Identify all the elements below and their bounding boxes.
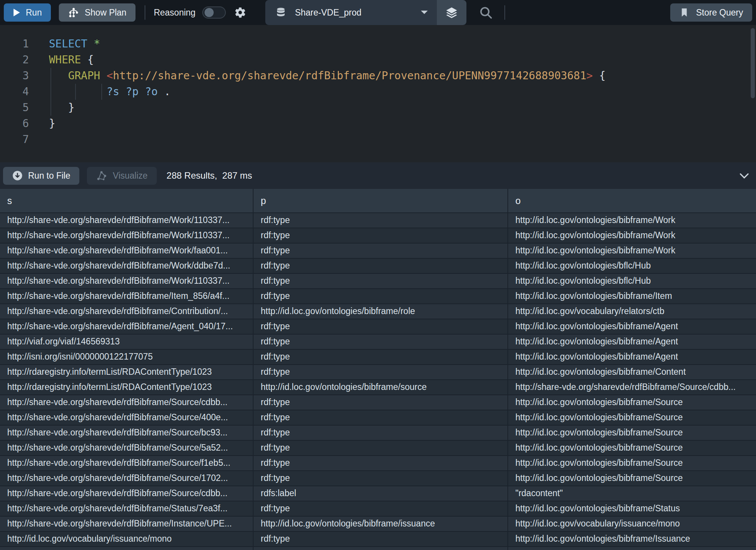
cell-s[interactable]: http://share-vde.org/sharevde/rdfBibfram… [0, 486, 253, 501]
cell-s[interactable]: http://share-vde.org/sharevde/rdfBibfram… [0, 501, 253, 516]
cell-o[interactable]: "rdacontent" [507, 486, 756, 501]
table-row[interactable]: http://share-vde.org/sharevde/rdfBibfram… [0, 501, 756, 516]
cell-p[interactable]: http://id.loc.gov/ontologies/bibframe/ro… [253, 304, 507, 319]
cell-s[interactable]: http://id.loc.gov/vocabulary/menclvl/f [0, 547, 253, 550]
layers-button[interactable] [437, 0, 466, 25]
cell-s[interactable]: http://share-vde.org/sharevde/rdfBibfram… [0, 213, 253, 228]
cell-s[interactable]: http://share-vde.org/sharevde/rdfBibfram… [0, 259, 253, 273]
collapse-results-chevron[interactable] [739, 170, 750, 181]
column-header-s[interactable]: s [0, 189, 253, 212]
cell-s[interactable]: http://share-vde.org/sharevde/rdfBibfram… [0, 517, 253, 531]
cell-o[interactable]: http://id.loc.gov/ontologies/bibframe/St… [507, 501, 756, 516]
run-button[interactable]: Run [4, 3, 51, 22]
table-row[interactable]: http://isni.org/isni/0000000122177075rdf… [0, 349, 756, 364]
cell-p[interactable]: rdf:type [253, 274, 507, 288]
cell-o[interactable]: http://id.loc.gov/ontologies/bflc/Encodi… [507, 547, 756, 550]
cell-s[interactable]: http://viaf.org/viaf/146569313 [0, 335, 253, 349]
table-row[interactable]: http://viaf.org/viaf/146569313rdf:typeht… [0, 334, 756, 349]
cell-p[interactable]: rdf:type [253, 456, 507, 470]
cell-p[interactable]: rdf:type [253, 289, 507, 303]
cell-o[interactable]: http://id.loc.gov/vocabulary/issuance/mo… [507, 517, 756, 531]
cell-p[interactable]: rdfs:label [253, 486, 507, 501]
editor-scrollbar-thumb[interactable] [751, 28, 755, 98]
cell-s[interactable]: http://share-vde.org/sharevde/rdfBibfram… [0, 274, 253, 288]
table-row[interactable]: http://share-vde.org/sharevde/rdfBibfram… [0, 486, 756, 501]
table-row[interactable]: http://rdaregistry.info/termList/RDACont… [0, 379, 756, 394]
column-header-p[interactable]: p [253, 189, 507, 212]
cell-p[interactable]: rdf:type [253, 426, 507, 440]
cell-s[interactable]: http://id.loc.gov/vocabulary/issuance/mo… [0, 532, 253, 546]
cell-p[interactable]: rdf:type [253, 335, 507, 349]
cell-o[interactable]: http://id.loc.gov/vocabulary/relators/ct… [507, 304, 756, 319]
cell-o[interactable]: http://id.loc.gov/ontologies/bibframe/So… [507, 471, 756, 486]
cell-p[interactable]: http://id.loc.gov/ontologies/bibframe/is… [253, 517, 507, 531]
cell-p[interactable]: rdf:type [253, 365, 507, 379]
cell-o[interactable]: http://share-vde.org/sharevde/rdfBibfram… [507, 380, 756, 394]
table-row[interactable]: http://share-vde.org/sharevde/rdfBibfram… [0, 288, 756, 303]
table-row[interactable]: http://id.loc.gov/vocabulary/issuance/mo… [0, 531, 756, 546]
visualize-button[interactable]: Visualize [87, 167, 157, 185]
cell-p[interactable]: rdf:type [253, 395, 507, 410]
cell-o[interactable]: http://id.loc.gov/ontologies/bibframe/So… [507, 456, 756, 470]
cell-s[interactable]: http://share-vde.org/sharevde/rdfBibfram… [0, 395, 253, 410]
cell-o[interactable]: http://id.loc.gov/ontologies/bibframe/Wo… [507, 244, 756, 258]
cell-p[interactable]: rdf:type [253, 471, 507, 486]
cell-o[interactable]: http://id.loc.gov/ontologies/bibframe/It… [507, 289, 756, 303]
cell-s[interactable]: http://share-vde.org/sharevde/rdfBibfram… [0, 289, 253, 303]
table-row[interactable]: http://share-vde.org/sharevde/rdfBibfram… [0, 440, 756, 455]
cell-p[interactable]: rdf:type [253, 244, 507, 258]
cell-p[interactable]: rdf:type [253, 547, 507, 550]
table-row[interactable]: http://share-vde.org/sharevde/rdfBibfram… [0, 273, 756, 288]
table-row[interactable]: http://share-vde.org/sharevde/rdfBibfram… [0, 243, 756, 258]
table-row[interactable]: http://share-vde.org/sharevde/rdfBibfram… [0, 455, 756, 470]
table-row[interactable]: http://share-vde.org/sharevde/rdfBibfram… [0, 425, 756, 440]
table-row[interactable]: http://share-vde.org/sharevde/rdfBibfram… [0, 258, 756, 273]
cell-p[interactable]: rdf:type [253, 501, 507, 516]
cell-s[interactable]: http://isni.org/isni/0000000122177075 [0, 350, 253, 364]
settings-gear-icon[interactable] [234, 6, 246, 19]
cell-p[interactable]: rdf:type [253, 441, 507, 455]
table-row[interactable]: http://rdaregistry.info/termList/RDACont… [0, 364, 756, 379]
cell-p[interactable]: http://id.loc.gov/ontologies/bibframe/so… [253, 380, 507, 394]
cell-o[interactable]: http://id.loc.gov/ontologies/bibframe/Wo… [507, 228, 756, 243]
cell-p[interactable]: rdf:type [253, 319, 507, 334]
run-to-file-button[interactable]: Run to File [3, 167, 79, 185]
table-row[interactable]: http://share-vde.org/sharevde/rdfBibfram… [0, 319, 756, 334]
cell-o[interactable]: http://id.loc.gov/ontologies/bibframe/So… [507, 441, 756, 455]
column-header-o[interactable]: o [507, 189, 756, 212]
cell-s[interactable]: http://share-vde.org/sharevde/rdfBibfram… [0, 319, 253, 334]
cell-p[interactable]: rdf:type [253, 228, 507, 243]
cell-s[interactable]: http://share-vde.org/sharevde/rdfBibfram… [0, 426, 253, 440]
table-row[interactable]: http://share-vde.org/sharevde/rdfBibfram… [0, 516, 756, 531]
cell-o[interactable]: http://id.loc.gov/ontologies/bflc/Hub [507, 259, 756, 273]
table-row[interactable]: http://share-vde.org/sharevde/rdfBibfram… [0, 212, 756, 228]
cell-s[interactable]: http://share-vde.org/sharevde/rdfBibfram… [0, 456, 253, 470]
cell-o[interactable]: http://id.loc.gov/ontologies/bibframe/So… [507, 410, 756, 425]
sparql-editor[interactable]: 1SELECT *2WHERE {3 GRAPH <http://share-v… [0, 25, 756, 162]
store-query-button[interactable]: Store Query [670, 3, 752, 22]
table-row[interactable]: http://share-vde.org/sharevde/rdfBibfram… [0, 410, 756, 425]
cell-o[interactable]: http://id.loc.gov/ontologies/bibframe/So… [507, 395, 756, 410]
cell-p[interactable]: rdf:type [253, 532, 507, 546]
show-plan-button[interactable]: Show Plan [59, 3, 135, 22]
table-row[interactable]: http://share-vde.org/sharevde/rdfBibfram… [0, 228, 756, 243]
cell-o[interactable]: http://id.loc.gov/ontologies/bibframe/Ag… [507, 335, 756, 349]
reasoning-toggle[interactable] [202, 6, 226, 19]
database-selector[interactable]: Share-VDE_prod [265, 0, 437, 25]
cell-p[interactable]: rdf:type [253, 213, 507, 228]
table-row[interactable]: http://id.loc.gov/vocabulary/menclvl/frd… [0, 546, 756, 550]
cell-o[interactable]: http://id.loc.gov/ontologies/bibframe/Wo… [507, 213, 756, 228]
cell-o[interactable]: http://id.loc.gov/ontologies/bibframe/Ag… [507, 350, 756, 364]
cell-o[interactable]: http://id.loc.gov/ontologies/bflc/Hub [507, 274, 756, 288]
cell-s[interactable]: http://share-vde.org/sharevde/rdfBibfram… [0, 441, 253, 455]
table-row[interactable]: http://share-vde.org/sharevde/rdfBibfram… [0, 394, 756, 410]
cell-p[interactable]: rdf:type [253, 259, 507, 273]
cell-o[interactable]: http://id.loc.gov/ontologies/bibframe/Ag… [507, 319, 756, 334]
cell-s[interactable]: http://share-vde.org/sharevde/rdfBibfram… [0, 471, 253, 486]
cell-s[interactable]: http://rdaregistry.info/termList/RDACont… [0, 365, 253, 379]
cell-s[interactable]: http://share-vde.org/sharevde/rdfBibfram… [0, 244, 253, 258]
cell-o[interactable]: http://id.loc.gov/ontologies/bibframe/Co… [507, 365, 756, 379]
cell-s[interactable]: http://rdaregistry.info/termList/RDACont… [0, 380, 253, 394]
table-row[interactable]: http://share-vde.org/sharevde/rdfBibfram… [0, 303, 756, 319]
cell-s[interactable]: http://share-vde.org/sharevde/rdfBibfram… [0, 304, 253, 319]
